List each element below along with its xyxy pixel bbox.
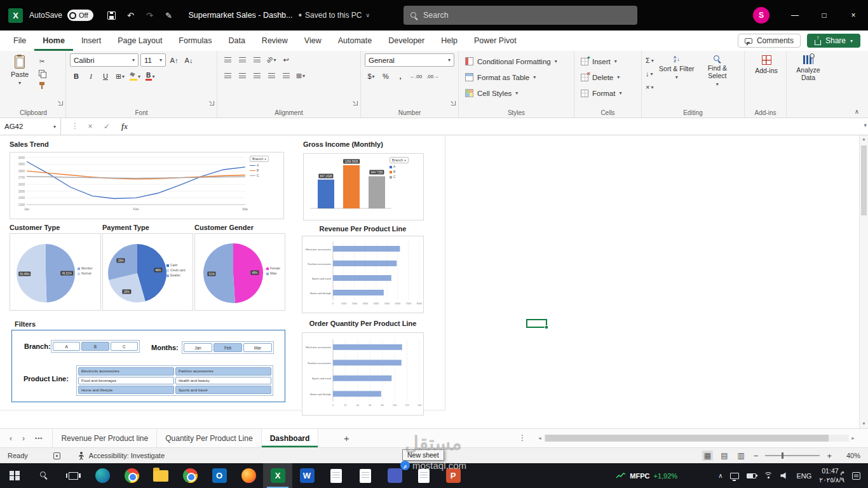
borders-button[interactable]: ⊞▾ <box>114 70 126 83</box>
taskbar-app-notepad[interactable] <box>322 463 351 488</box>
alignment-dialog-launcher[interactable] <box>353 101 358 105</box>
scroll-down-icon[interactable]: ▼ <box>860 421 868 426</box>
ribbon-tab-automate[interactable]: Automate <box>330 30 381 51</box>
grow-font-button[interactable]: A↑ <box>168 54 180 67</box>
find-select-button[interactable]: Find & Select ▾ <box>700 53 735 93</box>
number-format-select[interactable]: General▾ <box>365 53 454 67</box>
addins-button[interactable]: Add-ins <box>749 53 784 74</box>
zoom-out-button[interactable]: − <box>752 451 760 461</box>
ribbon-tab-power-pivot[interactable]: Power Pivot <box>466 30 525 51</box>
percent-style-button[interactable]: % <box>379 70 392 83</box>
ribbon-tab-review[interactable]: Review <box>254 30 296 51</box>
zoom-in-button[interactable]: + <box>825 451 833 461</box>
analyze-data-button[interactable]: Analyze Data <box>790 53 826 81</box>
merge-center-button[interactable]: ⊞▾ <box>294 69 307 82</box>
copy-button[interactable] <box>36 69 48 78</box>
comma-style-button[interactable]: , <box>394 70 407 83</box>
order-quantity-chart[interactable]: 020406080100120140Electronic accessories… <box>302 332 424 416</box>
horizontal-scrollbar[interactable]: ◄ ► <box>538 431 855 444</box>
payment-type-chart[interactable]: 46%26%29%CashCredit cardEwallet <box>102 233 193 311</box>
horizontal-scroll-thumb[interactable] <box>545 435 829 442</box>
ribbon-tab-home[interactable]: Home <box>34 30 73 51</box>
taskbar-app-edge[interactable] <box>88 463 117 488</box>
maximize-button[interactable]: □ <box>810 0 839 30</box>
format-cells-button[interactable]: Format▾ <box>578 85 637 101</box>
redo-icon[interactable]: ↷ <box>142 11 158 20</box>
stock-widget[interactable]: MFPC +1,92% <box>616 472 677 480</box>
slicer-branch-a[interactable]: A <box>53 342 80 351</box>
save-icon[interactable] <box>104 11 119 20</box>
wrap-text-button[interactable]: ↩ <box>280 53 292 66</box>
name-box[interactable]: AG42 ▾ <box>0 118 61 135</box>
taskbar-app-file-explorer[interactable] <box>146 463 175 488</box>
ribbon-tab-page-layout[interactable]: Page Layout <box>109 30 170 51</box>
slicer-months-feb[interactable]: Feb <box>214 343 242 352</box>
align-right-button[interactable] <box>250 69 263 82</box>
font-dialog-launcher[interactable] <box>210 101 214 105</box>
zoom-slider-thumb[interactable] <box>782 452 783 459</box>
tab-bar-kebab-icon[interactable]: ⋮ <box>519 428 526 447</box>
notification-center-icon[interactable] <box>852 472 860 480</box>
insert-function-icon[interactable]: fx <box>117 118 132 135</box>
paste-button[interactable]: Paste ▾ <box>5 53 34 106</box>
expand-formula-bar-icon[interactable]: ▾ <box>864 122 867 128</box>
formula-input[interactable] <box>137 118 858 135</box>
taskbar-app-text-document[interactable] <box>351 463 380 488</box>
taskbar-search-button[interactable] <box>29 463 58 488</box>
sheet-tab-quantity-per-product-line[interactable]: Quantity Per Product Line <box>157 429 261 447</box>
vertical-scroll-thumb[interactable] <box>861 146 867 215</box>
zoom-level[interactable]: 40% <box>839 452 860 459</box>
sort-filter-button[interactable]: AZ↓ Sort & Filter ▾ <box>659 53 695 93</box>
slicer-product-line-electronic-accessories[interactable]: Electronic accessories <box>78 367 174 376</box>
taskbar-app-outlook[interactable]: O <box>205 463 234 488</box>
ribbon-tab-developer[interactable]: Developer <box>380 30 433 51</box>
align-bottom-button[interactable] <box>250 53 263 66</box>
align-middle-button[interactable] <box>236 53 248 66</box>
font-family-select[interactable]: Calibri▾ <box>70 53 139 67</box>
vertical-scrollbar[interactable]: ▲ ▼ <box>859 135 868 428</box>
language-indicator[interactable]: ENG <box>796 472 811 480</box>
taskbar-app-firefox[interactable] <box>234 463 263 488</box>
sales-trend-branch-filter-chip[interactable]: Branch ▾ <box>250 156 269 162</box>
excel-app-icon[interactable] <box>8 8 23 23</box>
cancel-entry-icon[interactable]: × <box>83 118 98 135</box>
taskbar-app-word[interactable]: W <box>292 463 322 488</box>
horizontal-scroll-track[interactable] <box>544 435 849 442</box>
orientation-button[interactable]: ab▾ <box>265 53 278 66</box>
decrease-decimal-button[interactable]: .00→ <box>425 70 440 83</box>
clipboard-dialog-launcher[interactable] <box>58 101 63 105</box>
ribbon-tab-data[interactable]: Data <box>220 30 253 51</box>
close-button[interactable]: × <box>839 0 868 30</box>
customize-toolbar-icon[interactable]: ✎ <box>161 11 177 20</box>
ribbon-tab-formulas[interactable]: Formulas <box>170 30 220 51</box>
fill-button[interactable]: ↓▾ <box>646 68 654 79</box>
slicer-branch-c[interactable]: C <box>111 342 138 351</box>
all-sheets-icon[interactable]: ••• <box>35 435 43 442</box>
slicer-product-line-food-and-beverages[interactable]: Food and beverages <box>78 377 174 385</box>
taskbar-app-chrome-profile[interactable] <box>175 463 205 488</box>
minimize-button[interactable]: — <box>780 0 810 30</box>
macro-record-icon[interactable] <box>53 452 60 459</box>
bold-button[interactable]: B <box>70 70 83 83</box>
cut-button[interactable]: ✂ <box>36 57 48 66</box>
start-button[interactable] <box>0 463 29 488</box>
gross-income-chart[interactable]: 847.16281269.5835944.7355Branch ▾ABC <box>303 153 424 220</box>
collapse-ribbon-button[interactable]: ∧ <box>855 108 859 115</box>
taskbar-app-text-document-2[interactable] <box>409 463 438 488</box>
slicer-months-jan[interactable]: Jan <box>184 343 212 352</box>
wifi-icon[interactable] <box>764 472 773 479</box>
fill-color-button[interactable]: ▾ <box>128 70 142 83</box>
underline-button[interactable]: U <box>99 70 112 83</box>
account-avatar[interactable]: S <box>753 7 770 24</box>
number-dialog-launcher[interactable] <box>451 101 456 105</box>
slicer-product-line-sports-and-travel[interactable]: Sports and travel <box>175 386 271 394</box>
format-as-table-button[interactable]: Format as Table▾ <box>463 69 570 85</box>
comments-button[interactable]: Comments <box>738 34 801 48</box>
align-left-button[interactable] <box>221 69 234 82</box>
worksheet[interactable]: Sales Trend 1300140015001600170018001900… <box>0 135 868 428</box>
ribbon-tab-file[interactable]: File <box>5 30 34 51</box>
undo-icon[interactable]: ↶ <box>123 11 139 20</box>
format-painter-button[interactable] <box>36 81 48 90</box>
share-button[interactable]: Share ▾ <box>807 34 860 48</box>
slicer-branch-b[interactable]: B <box>81 342 109 351</box>
